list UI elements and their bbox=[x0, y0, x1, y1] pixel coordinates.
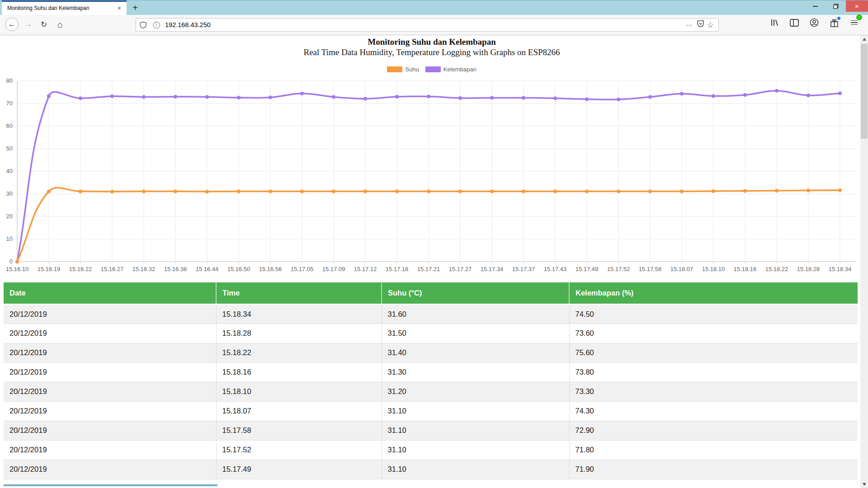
table-row: 20/12/201915.18.1631.3073.80 bbox=[4, 362, 858, 382]
gift-icon[interactable] bbox=[829, 18, 839, 28]
scroll-thumb[interactable] bbox=[861, 44, 868, 139]
pocket-icon[interactable] bbox=[697, 20, 704, 29]
table-cell: 31.10 bbox=[382, 421, 569, 440]
table-cell: 20/12/2019 bbox=[4, 324, 216, 343]
page-scrollbar[interactable] bbox=[860, 35, 868, 488]
info-icon[interactable]: i bbox=[150, 19, 163, 31]
table-cell: 15.18.10 bbox=[216, 382, 382, 401]
table-cell: 15.17.52 bbox=[216, 440, 382, 460]
page-actions-icon[interactable]: ⋯ bbox=[683, 21, 697, 28]
table-cell: 20/12/2019 bbox=[4, 440, 216, 460]
data-table-wrap: Date Time Suhu (°C) Kelembapan (%) 20/12… bbox=[4, 282, 858, 479]
svg-text:15.16.56: 15.16.56 bbox=[259, 266, 282, 272]
table-row: 20/12/201915.18.0731.1074.30 bbox=[4, 401, 858, 421]
kelembapan-swatch bbox=[425, 66, 441, 72]
browser-tab[interactable]: Monitoring Suhu dan Kelembapan × bbox=[2, 0, 127, 15]
hamburger-icon bbox=[851, 20, 858, 25]
svg-text:15.17.27: 15.17.27 bbox=[449, 266, 472, 272]
notification-dot bbox=[837, 17, 840, 20]
svg-text:15.18.28: 15.18.28 bbox=[797, 266, 820, 272]
svg-text:15.16.19: 15.16.19 bbox=[38, 266, 61, 272]
table-cell: 31.30 bbox=[382, 362, 569, 382]
svg-text:15.17.05: 15.17.05 bbox=[291, 266, 314, 272]
header-date: Date bbox=[4, 282, 216, 304]
table-row: 20/12/201915.17.5831.1072.90 bbox=[4, 421, 858, 440]
back-icon: ← bbox=[8, 20, 16, 29]
svg-text:15.17.12: 15.17.12 bbox=[354, 266, 377, 272]
table-cell: 73.30 bbox=[569, 382, 858, 401]
table-cell: 75.60 bbox=[569, 343, 858, 362]
svg-text:15.16.50: 15.16.50 bbox=[227, 266, 250, 272]
reload-icon: ↻ bbox=[41, 20, 47, 29]
legend-item-suhu[interactable]: Suhu bbox=[387, 66, 419, 73]
scroll-down-button[interactable] bbox=[860, 480, 868, 488]
svg-text:15.17.43: 15.17.43 bbox=[544, 266, 567, 272]
table-row: 20/12/201915.18.1031.2073.30 bbox=[4, 382, 858, 401]
account-icon[interactable] bbox=[809, 18, 819, 28]
table-cell: 31.50 bbox=[382, 324, 569, 343]
table-cell: 71.80 bbox=[569, 440, 858, 460]
svg-text:15.17.21: 15.17.21 bbox=[417, 266, 440, 272]
svg-text:0: 0 bbox=[9, 258, 13, 265]
table-cell: 15.18.34 bbox=[216, 304, 382, 324]
scroll-up-button[interactable] bbox=[860, 35, 868, 43]
table-cell: 71.90 bbox=[569, 460, 858, 479]
toolbar-right-icons: ↑ bbox=[769, 18, 859, 28]
legend-item-kelembapan[interactable]: Kelembapan bbox=[425, 66, 476, 73]
shield-icon[interactable] bbox=[136, 19, 150, 31]
library-icon[interactable] bbox=[769, 18, 779, 28]
menu-button[interactable]: ↑ bbox=[849, 18, 859, 28]
bookmark-star-icon[interactable]: ☆ bbox=[704, 20, 718, 30]
table-cell: 73.80 bbox=[569, 362, 858, 382]
header-time: Time bbox=[216, 282, 382, 304]
scroll-down-icon bbox=[863, 483, 866, 486]
svg-text:15.17.09: 15.17.09 bbox=[322, 266, 345, 272]
url-bar[interactable]: i 192.168.43.250 ⋯ ☆ bbox=[136, 18, 719, 32]
active-tab-accent bbox=[2, 0, 127, 2]
table-row: 20/12/201915.18.3431.6074.50 bbox=[4, 304, 858, 324]
table-cell: 73.60 bbox=[569, 324, 858, 343]
svg-text:15.17.49: 15.17.49 bbox=[576, 266, 599, 272]
forward-icon: → bbox=[25, 20, 33, 29]
table-cell: 15.17.49 bbox=[216, 460, 382, 479]
page-title: Monitoring Suhu dan Kelembapan bbox=[0, 37, 860, 47]
tab-close-icon[interactable]: × bbox=[116, 5, 123, 12]
back-button[interactable]: ← bbox=[5, 18, 19, 31]
address-input[interactable]: 192.168.43.250 bbox=[163, 21, 683, 28]
svg-text:15.16.27: 15.16.27 bbox=[101, 266, 124, 272]
svg-text:60: 60 bbox=[6, 122, 13, 129]
sidebars-icon[interactable] bbox=[789, 18, 799, 28]
table-cell: 20/12/2019 bbox=[4, 304, 216, 324]
reload-button[interactable]: ↻ bbox=[37, 18, 51, 31]
restore-button[interactable] bbox=[826, 0, 846, 12]
home-button[interactable]: ⌂ bbox=[53, 18, 67, 31]
svg-text:10: 10 bbox=[6, 235, 13, 242]
table-cell: 74.50 bbox=[569, 304, 858, 324]
table-cell: 31.20 bbox=[382, 382, 569, 401]
legend-label: Suhu bbox=[405, 66, 419, 73]
table-cell: 15.18.16 bbox=[216, 362, 382, 382]
line-chart[interactable]: 0102030405060708015.16.1015.16.1915.16.2… bbox=[0, 76, 860, 278]
chart-legend: Suhu Kelembapan bbox=[0, 66, 860, 73]
page-content: Monitoring Suhu dan Kelembapan Real Time… bbox=[0, 35, 860, 488]
table-row: 20/12/201915.17.5231.1071.80 bbox=[4, 440, 858, 460]
table-body: 20/12/201915.18.3431.6074.5020/12/201915… bbox=[4, 304, 858, 479]
svg-text:15.16.22: 15.16.22 bbox=[69, 266, 92, 272]
svg-text:80: 80 bbox=[6, 77, 13, 84]
forward-button[interactable]: → bbox=[22, 18, 35, 31]
urlbar-actions: ⋯ ☆ bbox=[683, 20, 718, 30]
minimize-button[interactable] bbox=[805, 0, 826, 12]
svg-text:15.16.44: 15.16.44 bbox=[196, 266, 219, 272]
tab-title: Monitoring Suhu dan Kelembapan bbox=[7, 5, 116, 11]
tab-bar: Monitoring Suhu dan Kelembapan × + × bbox=[0, 0, 868, 15]
table-cell: 20/12/2019 bbox=[4, 343, 216, 362]
svg-text:15.17.34: 15.17.34 bbox=[481, 266, 504, 272]
close-button[interactable]: × bbox=[846, 0, 868, 12]
restore-icon bbox=[833, 4, 839, 9]
table-cell: 20/12/2019 bbox=[4, 362, 216, 382]
table-cell: 15.17.58 bbox=[216, 421, 382, 440]
svg-text:70: 70 bbox=[6, 100, 13, 107]
new-tab-button[interactable]: + bbox=[128, 1, 142, 15]
svg-text:50: 50 bbox=[6, 145, 13, 152]
table-cell: 20/12/2019 bbox=[4, 401, 216, 421]
